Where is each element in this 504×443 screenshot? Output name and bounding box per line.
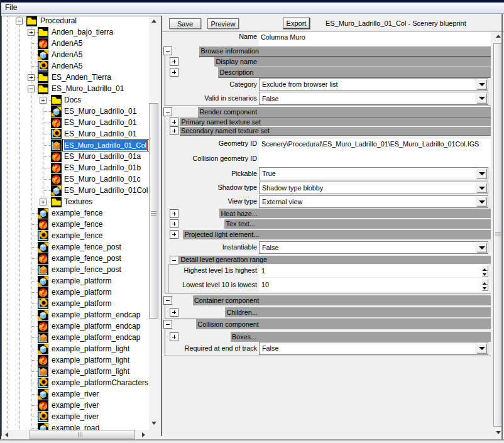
svg-text:?: ? (53, 118, 60, 128)
svg-text:?: ? (40, 321, 47, 332)
svg-text:?: ? (53, 163, 60, 173)
svg-text:?: ? (40, 287, 47, 298)
svg-text:?: ? (40, 355, 47, 366)
svg-text:?: ? (40, 219, 47, 230)
svg-text:?: ? (40, 38, 47, 49)
svg-text:?: ? (53, 174, 60, 185)
svg-text:?: ? (40, 253, 47, 264)
svg-text:?: ? (40, 400, 47, 411)
svg-text:?: ? (53, 151, 60, 162)
